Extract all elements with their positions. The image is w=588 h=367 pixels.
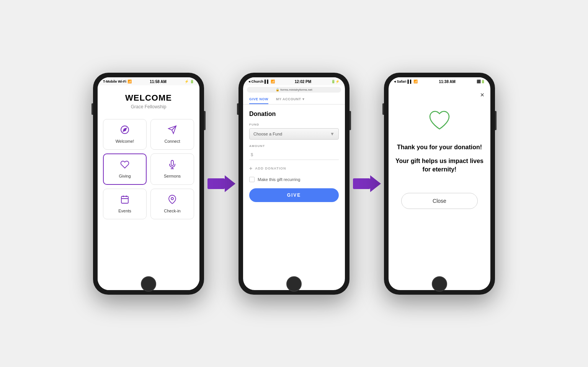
add-donation-button[interactable]: + ADD DONATION — [249, 165, 339, 171]
charging-icon: ⚡ — [185, 80, 189, 83]
mic-icon — [168, 160, 177, 171]
phone-3: ◂ Safari ▌▌ 📶 11:38 AM ⬛🔋 × Thank you fo — [384, 73, 495, 295]
menu-item-events[interactable]: Events — [103, 189, 147, 219]
fund-select[interactable]: Choose a Fund ▼ — [249, 128, 339, 140]
welcome-title: WELCOME — [101, 93, 196, 103]
phone-3-status-left: ◂ Safari ▌▌ 📶 — [394, 80, 418, 83]
phone-1-status-bar: T-Mobile Wi-Fi 📶 11:58 AM ⚡ 🔋 — [98, 77, 199, 85]
thankyou-text2: Your gift helps us impact lives for eter… — [395, 157, 484, 174]
phone-1-screen: T-Mobile Wi-Fi 📶 11:58 AM ⚡ 🔋 WELCOME Gr… — [98, 77, 199, 290]
wifi-icon: 📶 — [127, 80, 132, 83]
phone-3-status-right: ⬛🔋 — [477, 80, 485, 83]
phone-2-wifi: 📶 — [271, 80, 275, 83]
add-donation-label: ADD DONATION — [255, 166, 286, 170]
phone-3-wifi: 📶 — [413, 80, 418, 83]
phone-1-notch — [126, 73, 172, 76]
url-text: forms.ministryforms.net — [281, 88, 312, 91]
menu-item-giving[interactable]: Giving — [103, 153, 147, 185]
phone-2-status-right: 🔋⚡ — [331, 80, 340, 83]
phone-1-carrier: T-Mobile Wi-Fi — [103, 80, 126, 83]
location-icon — [168, 195, 177, 206]
svg-rect-6 — [121, 196, 128, 203]
welcome-header: WELCOME Grace Fellowship — [98, 85, 199, 115]
menu-label-events: Events — [118, 209, 131, 213]
menu-label-connect: Connect — [165, 139, 180, 144]
arrow-1-head — [225, 175, 235, 192]
send-icon — [168, 125, 177, 137]
menu-label-checkin: Check-in — [164, 209, 180, 213]
phone-1: T-Mobile Wi-Fi 📶 11:58 AM ⚡ 🔋 WELCOME Gr… — [93, 73, 204, 295]
dropdown-arrow-icon: ▼ — [330, 131, 335, 137]
menu-item-checkin[interactable]: Check-in — [150, 189, 194, 219]
svg-point-10 — [171, 197, 173, 200]
calendar-icon — [120, 195, 129, 206]
battery-icon: 🔋 — [190, 80, 194, 83]
phone-2-status-bar: ◂ Church ▌▌ 📶 12:02 PM 🔋⚡ — [243, 77, 345, 85]
phone-3-time: 11:38 AM — [439, 80, 456, 84]
phone-1-content: WELCOME Grace Fellowship Welcome! — [98, 85, 199, 290]
phone-2-carrier: ◂ Church — [248, 80, 263, 83]
phone-3-notch — [416, 73, 462, 76]
phone-3-screen: ◂ Safari ▌▌ 📶 11:38 AM ⬛🔋 × Thank you fo — [389, 77, 490, 290]
phone-2-tabs: GIVE NOW MY ACCOUNT ▾ — [243, 94, 345, 104]
phone-1-home-button[interactable] — [141, 276, 156, 292]
phone-2-signal: ▌▌ — [265, 80, 270, 83]
compass-icon — [120, 125, 129, 137]
purple-arrow-2 — [353, 175, 381, 192]
phone-3-status-bar: ◂ Safari ▌▌ 📶 11:38 AM ⬛🔋 — [389, 77, 490, 85]
phone-3-battery: ⬛🔋 — [477, 80, 485, 83]
arrow-1 — [208, 172, 235, 195]
phone-3-home-button[interactable] — [432, 276, 447, 292]
dollar-sign: $ — [251, 152, 253, 157]
main-scene: T-Mobile Wi-Fi 📶 11:58 AM ⚡ 🔋 WELCOME Gr… — [85, 65, 503, 302]
arrow-2-body — [353, 178, 370, 189]
plus-icon: + — [249, 165, 253, 171]
phone-2-status-left: ◂ Church ▌▌ 📶 — [248, 80, 275, 83]
heart-icon — [120, 160, 129, 171]
phone-2: ◂ Church ▌▌ 📶 12:02 PM 🔋⚡ 🔒 forms.minist… — [238, 73, 350, 295]
phone-3-carrier: ◂ Safari — [394, 80, 407, 83]
fund-label: FUND — [249, 123, 339, 126]
heart-icon-container — [428, 110, 451, 132]
close-bottom-button[interactable]: Close — [401, 193, 478, 209]
thankyou-content: × Thank you for your donation! Your gift… — [389, 85, 490, 290]
arrow-2 — [353, 172, 380, 195]
donation-title: Donation — [249, 111, 339, 117]
url-bar[interactable]: 🔒 forms.ministryforms.net — [247, 87, 341, 93]
menu-label-sermons: Sermons — [164, 174, 181, 178]
amount-field[interactable]: $ — [249, 150, 339, 160]
arrow-1-body — [207, 178, 225, 189]
phone-2-time: 12:02 PM — [295, 80, 311, 84]
menu-item-welcome[interactable]: Welcome! — [103, 119, 147, 150]
phone-1-time: 11:58 AM — [150, 80, 167, 84]
phone-2-notch — [271, 73, 317, 76]
svg-marker-1 — [123, 128, 126, 131]
fund-placeholder: Choose a Fund — [253, 132, 282, 136]
purple-arrow-1 — [207, 175, 235, 192]
phone-1-status-left: T-Mobile Wi-Fi 📶 — [103, 80, 132, 83]
phone-2-battery: 🔋⚡ — [331, 80, 340, 83]
close-top-button[interactable]: × — [480, 91, 484, 98]
menu-label-welcome: Welcome! — [116, 139, 134, 144]
give-button[interactable]: GIVE — [249, 188, 339, 202]
menu-item-sermons[interactable]: Sermons — [150, 153, 194, 185]
recurring-row: Make this gift recurring — [249, 177, 339, 182]
phone-3-signal: ▌▌ — [408, 80, 413, 83]
menu-item-connect[interactable]: Connect — [150, 119, 194, 150]
tab-give-now[interactable]: GIVE NOW — [249, 94, 268, 104]
menu-grid: Welcome! Connect — [98, 115, 199, 223]
donation-form: Donation FUND Choose a Fund ▼ AMOUNT $ +… — [243, 104, 345, 290]
welcome-subtitle: Grace Fellowship — [101, 104, 196, 109]
menu-label-giving: Giving — [119, 174, 131, 178]
phone-1-status-right: ⚡ 🔋 — [185, 80, 194, 83]
amount-label: AMOUNT — [249, 144, 339, 148]
tab-my-account[interactable]: MY ACCOUNT ▾ — [276, 94, 304, 104]
thankyou-text1: Thank you for your donation! — [397, 144, 482, 151]
heart-outline-icon — [428, 110, 451, 131]
phone-2-screen: ◂ Church ▌▌ 📶 12:02 PM 🔋⚡ 🔒 forms.minist… — [243, 77, 345, 290]
phone-2-home-button[interactable] — [286, 276, 302, 292]
recurring-checkbox[interactable] — [249, 177, 255, 182]
recurring-label: Make this gift recurring — [258, 177, 300, 182]
arrow-2-head — [370, 175, 381, 192]
